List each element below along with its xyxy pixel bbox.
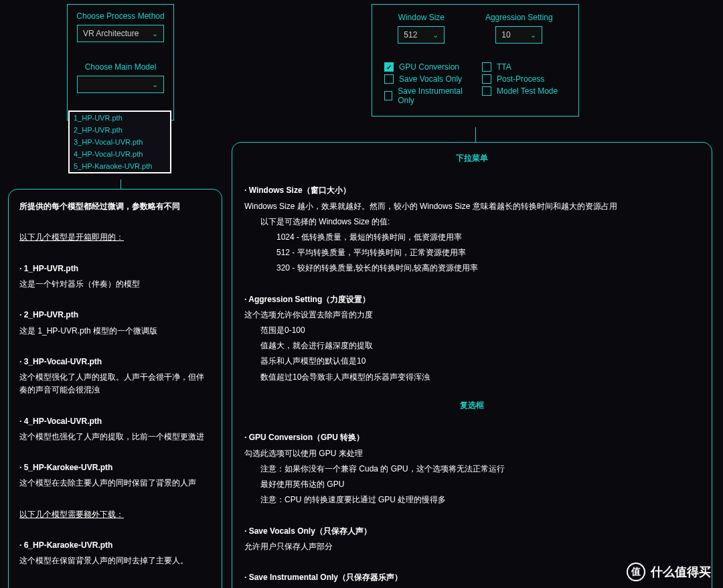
window-size-value: 512: [404, 30, 417, 40]
text: 1024 - 低转换质量，最短的转换时间，低资源使用率: [244, 231, 700, 244]
model-name: · 6_HP-Karaoke-UVR.pth: [19, 539, 211, 552]
window-size-label: Window Size: [398, 13, 445, 22]
model-name: · 5_HP-Karokee-UVR.pth: [19, 461, 211, 474]
watermark-icon: 值: [627, 563, 645, 581]
model-desc: 这个模型强化了人声的提取。人声干会很干净，但伴奏的声音可能会很混浊: [19, 371, 211, 396]
model-name: · 1_HP-UVR.pth: [19, 263, 211, 275]
ready-header: 以下几个模型是开箱即用的：: [19, 231, 211, 244]
ag-title: · Aggression Setting（力度设置）: [244, 293, 700, 306]
model-name: · 2_HP-UVR.pth: [19, 309, 211, 321]
text: 允许用户只保存人声部分: [244, 540, 700, 553]
checkbox-icon: [384, 74, 394, 84]
download-header: 以下几个模型需要额外下载：: [19, 508, 211, 521]
checkbox-save-vocals[interactable]: Save Vocals Only: [384, 74, 469, 84]
model-desc: 这个模型在保留背景人声的同时去掉了主要人。: [19, 555, 211, 567]
text: 值越大，就会进行越深度的提取: [244, 340, 700, 352]
text: 这个选项允许你设置去除声音的力度: [244, 309, 700, 321]
text: 器乐和人声模型的默认值是10: [244, 355, 700, 368]
model-desc: 这是一个针对器乐（伴奏）的模型: [19, 278, 211, 291]
dropdown-header: 下拉菜单: [244, 152, 700, 165]
chevron-down-icon: ⌄: [530, 31, 536, 40]
text: 320 - 较好的转换质量,较长的转换时间,较高的资源使用率: [244, 262, 700, 275]
process-method-label: Choose Process Method: [68, 11, 173, 21]
settings-explain-box: 下拉菜单 · Windows Size（窗口大小） Windows Size 越…: [232, 142, 712, 588]
model-desc: 这个模型也强化了人声的提取，比前一个模型更激进: [19, 431, 211, 443]
text: 最好使用英伟达的 GPU: [244, 478, 700, 491]
checkbox-save-instrumental[interactable]: Save Instrumental Only: [384, 86, 469, 105]
connector-line: [120, 179, 121, 189]
model-name: · 3_HP-Vocal-UVR.pth: [19, 356, 211, 368]
text: 注意：CPU 的转换速度要比通过 GPU 处理的慢得多: [244, 494, 700, 506]
text: 注意：如果你没有一个兼容 Cuda 的 GPU，这个选项将无法正常运行: [244, 463, 700, 475]
window-size-select[interactable]: 512 ⌄: [398, 26, 445, 44]
aggression-value: 10: [501, 30, 510, 40]
intro-text: 所提供的每个模型都经过微调，参数略有不同: [19, 200, 211, 213]
text: 数值超过10会导致非人声模型的乐器声变得浑浊: [244, 371, 700, 384]
checkbox-model-test[interactable]: Model Test Mode: [482, 86, 566, 96]
dropdown-item[interactable]: 3_HP-Vocal-UVR.pth: [70, 136, 170, 148]
process-method-value: VR Architecture: [83, 29, 139, 38]
gpu-title: · GPU Conversion（GPU 转换）: [244, 431, 700, 444]
checkbox-tta[interactable]: TTA: [482, 62, 566, 72]
aggression-select[interactable]: 10 ⌄: [495, 26, 542, 44]
checkbox-gpu-conversion[interactable]: ✓GPU Conversion: [384, 62, 469, 72]
ws-title: · Windows Size（窗口大小）: [244, 184, 700, 197]
watermark: 值 什么值得买: [627, 563, 711, 581]
model-desc: 这是 1_HP-UVR.pth 模型的一个微调版: [19, 325, 211, 338]
chevron-down-icon: ⌄: [432, 31, 438, 40]
model-dropdown[interactable]: 1_HP-UVR.pth 2_HP-UVR.pth 3_HP-Vocal-UVR…: [68, 111, 171, 173]
checkbox-icon: ✓: [384, 62, 394, 72]
checkbox-icon: [482, 74, 491, 84]
main-model-select[interactable]: ⌄: [77, 76, 164, 93]
text: 512 - 平均转换质量，平均转换时间，正常资源使用率: [244, 246, 700, 259]
watermark-text: 什么值得买: [651, 564, 711, 580]
text: Windows Size 越小，效果就越好。然而，较小的 Windows Siz…: [244, 200, 700, 213]
main-model-label: Choose Main Model: [68, 62, 173, 72]
aggression-label: Aggression Setting: [485, 13, 553, 22]
text: 以下是可选择的 Windows Size 的值:: [244, 216, 700, 228]
settings-panel: Window Size 512 ⌄ Aggression Setting 10 …: [372, 4, 579, 117]
model-name: · 4_HP-Vocal-UVR.pth: [19, 415, 211, 428]
model-explain-box: 所提供的每个模型都经过微调，参数略有不同 以下几个模型是开箱即用的： · 1_H…: [8, 189, 222, 588]
process-panel: Choose Process Method VR Architecture ⌄ …: [67, 4, 174, 121]
connector-line: [475, 127, 476, 142]
dropdown-item[interactable]: 4_HP-Vocal-UVR.pth: [70, 148, 170, 160]
process-method-select[interactable]: VR Architecture ⌄: [77, 25, 164, 42]
dropdown-item[interactable]: 5_HP-Karaoke-UVR.pth: [70, 160, 170, 172]
text: 范围是0-100: [244, 324, 700, 337]
model-desc: 这个模型在去除主要人声的同时保留了背景的人声: [19, 477, 211, 490]
checkbox-post-process[interactable]: Post-Process: [482, 74, 566, 84]
dropdown-item[interactable]: 1_HP-UVR.pth: [70, 112, 170, 124]
chevron-down-icon: ⌄: [152, 80, 158, 89]
text: 勾选此选项可以使用 GPU 来处理: [244, 447, 700, 460]
svo-title: · Save Vocals Only（只保存人声）: [244, 525, 700, 538]
checkbox-icon: [482, 86, 491, 96]
checkbox-icon: [482, 62, 491, 72]
dropdown-item[interactable]: 2_HP-UVR.pth: [70, 124, 170, 136]
chevron-down-icon: ⌄: [152, 29, 158, 38]
checkbox-header: 复选框: [244, 399, 700, 412]
checkbox-icon: [384, 91, 392, 100]
